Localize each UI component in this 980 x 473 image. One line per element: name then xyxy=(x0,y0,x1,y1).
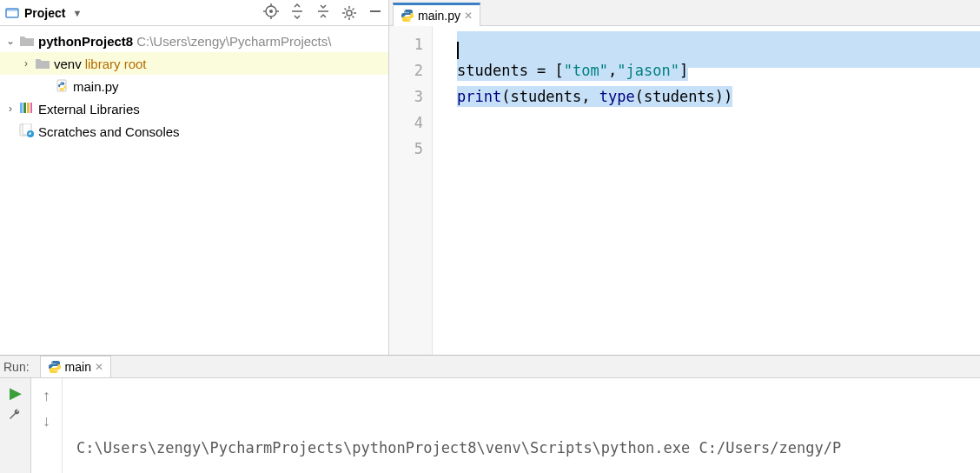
tree-scratches[interactable]: Scratches and Consoles xyxy=(0,120,388,143)
svg-rect-25 xyxy=(30,103,32,113)
line-number: 3 xyxy=(389,83,423,110)
external-libs-label: External Libraries xyxy=(38,102,140,117)
collapse-all-icon[interactable] xyxy=(315,3,331,22)
venv-name: venv xyxy=(54,57,82,71)
svg-line-16 xyxy=(353,16,354,17)
project-tree[interactable]: ⌄ pythonProject8 C:\Users\zengy\PycharmP… xyxy=(0,26,388,146)
tree-file-main[interactable]: main.py xyxy=(0,75,388,97)
close-icon[interactable]: ✕ xyxy=(95,361,103,373)
run-tab-main[interactable]: main ✕ xyxy=(40,356,111,377)
run-tabbar: Run: main ✕ xyxy=(0,356,980,378)
chevron-right-icon[interactable]: › xyxy=(21,57,31,70)
tree-root[interactable]: ⌄ pythonProject8 C:\Users\zengy\PycharmP… xyxy=(0,30,388,52)
editor-tabbar: main.py ✕ xyxy=(389,0,980,26)
svg-point-29 xyxy=(404,10,405,11)
line-number: 5 xyxy=(389,136,423,162)
project-toolbar: Project ▼ xyxy=(0,0,388,26)
locate-icon[interactable] xyxy=(263,3,279,22)
project-panel-title[interactable]: Project xyxy=(24,6,65,20)
scratches-icon xyxy=(19,123,35,140)
svg-line-18 xyxy=(353,8,354,10)
svg-point-21 xyxy=(60,83,61,83)
tree-venv[interactable]: › venv library root xyxy=(0,52,388,75)
gear-icon[interactable] xyxy=(341,5,357,21)
project-name: pythonProject8 xyxy=(38,34,133,49)
scratches-label: Scratches and Consoles xyxy=(38,124,180,139)
code-area[interactable]: students = ["tom","jason"] print(student… xyxy=(433,26,980,355)
hide-icon[interactable] xyxy=(368,3,383,22)
python-file-icon xyxy=(48,360,62,374)
run-action-bar: ▶ xyxy=(0,378,31,473)
svg-point-10 xyxy=(347,10,352,16)
python-file-icon xyxy=(56,79,70,93)
editor-body[interactable]: 1 2 3 4 5 students = ["tom","jason"] pri… xyxy=(389,26,980,355)
chevron-down-icon[interactable]: ▼ xyxy=(70,8,83,18)
svg-rect-22 xyxy=(20,103,23,113)
editor-panel: main.py ✕ 1 2 3 4 5 students = ["tom","j… xyxy=(389,0,980,355)
svg-point-31 xyxy=(51,362,52,363)
run-panel-label: Run: xyxy=(3,360,35,374)
external-libs-icon xyxy=(19,101,33,117)
line-number: 4 xyxy=(389,110,423,136)
wrench-icon[interactable] xyxy=(8,406,23,424)
up-icon[interactable]: ↑ xyxy=(43,387,50,405)
run-nav-bar: ↑ ↓ xyxy=(31,378,63,473)
svg-line-17 xyxy=(345,16,347,17)
chevron-right-icon[interactable]: › xyxy=(5,103,16,115)
line-number: 1 xyxy=(389,31,423,57)
console-output[interactable]: C:\Users\zengy\PycharmProjects\pythonPro… xyxy=(63,378,980,473)
file-name: main.py xyxy=(73,79,119,94)
editor-gutter: 1 2 3 4 5 xyxy=(389,26,433,355)
text-cursor xyxy=(457,42,459,59)
project-window-icon xyxy=(5,6,19,20)
svg-rect-24 xyxy=(27,103,30,113)
run-body: ▶ ↑ ↓ C:\Users\zengy\PycharmProjects\pyt… xyxy=(0,378,980,473)
project-path: C:\Users\zengy\PycharmProjects\ xyxy=(136,34,331,49)
svg-rect-1 xyxy=(6,9,18,11)
console-command: C:\Users\zengy\PycharmProjects\pythonPro… xyxy=(76,436,980,460)
svg-point-32 xyxy=(56,371,57,372)
svg-point-30 xyxy=(409,20,410,21)
close-icon[interactable]: ✕ xyxy=(464,10,473,22)
editor-tab-main[interactable]: main.py ✕ xyxy=(393,3,480,26)
folder-icon xyxy=(35,57,50,70)
rerun-icon[interactable]: ▶ xyxy=(10,383,22,403)
down-icon[interactable]: ↓ xyxy=(43,412,50,430)
run-tool-window: Run: main ✕ ▶ ↑ ↓ C:\Users\zengy\Pycharm… xyxy=(0,355,980,473)
expand-all-icon[interactable] xyxy=(289,3,305,22)
svg-point-3 xyxy=(269,10,273,13)
run-tab-label: main xyxy=(65,360,91,374)
chevron-down-icon[interactable]: ⌄ xyxy=(5,35,16,47)
tree-external-libs[interactable]: › External Libraries xyxy=(0,97,388,120)
python-file-icon xyxy=(401,9,414,23)
svg-rect-23 xyxy=(23,103,26,113)
project-tool-window: Project ▼ xyxy=(0,0,389,355)
line-number: 2 xyxy=(389,57,423,83)
tab-label: main.py xyxy=(418,9,460,23)
svg-line-15 xyxy=(345,8,347,10)
venv-note: library root xyxy=(85,57,147,71)
folder-icon xyxy=(19,35,35,47)
